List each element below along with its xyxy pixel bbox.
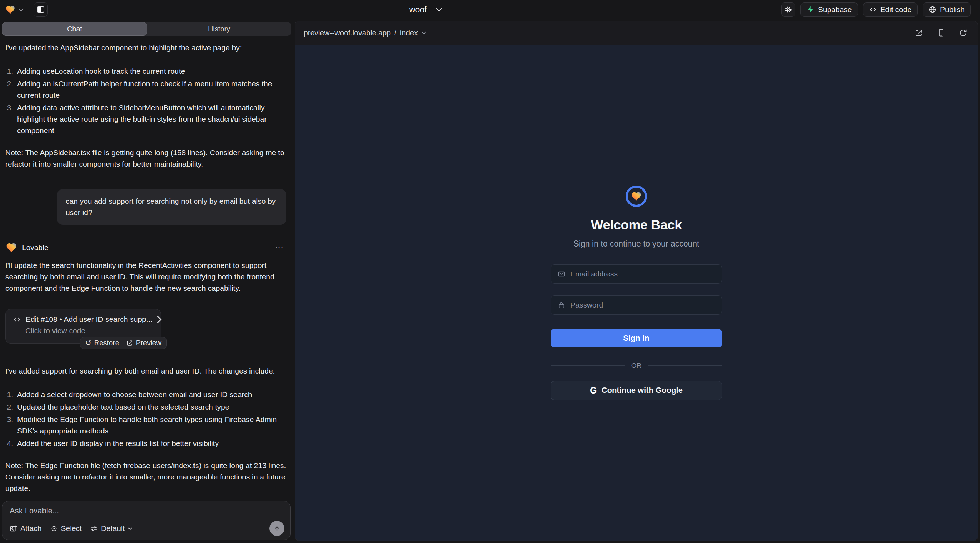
external-link-icon	[126, 340, 133, 346]
signin-card: Welcome Back Sign in to continue to your…	[550, 186, 722, 400]
attach-button[interactable]: Attach	[10, 524, 42, 533]
send-button[interactable]	[269, 521, 285, 536]
chevron-down-icon	[436, 8, 442, 12]
mail-icon	[557, 270, 565, 278]
panel-left-icon	[37, 6, 44, 13]
publish-label: Publish	[940, 5, 965, 14]
edit-card-subtitle: Click to view code	[25, 326, 154, 335]
external-link-icon	[915, 29, 923, 37]
lovable-heart-icon	[5, 5, 16, 14]
supabase-button[interactable]: Supabase	[800, 3, 858, 17]
assistant-numbered-list: Added a select dropdown to choose betwee…	[5, 389, 286, 449]
chat-message-list[interactable]: I've updated the AppSidebar component to…	[0, 36, 293, 543]
select-label: Select	[61, 524, 82, 533]
settings-button[interactable]	[781, 3, 795, 17]
supabase-bolt-icon	[807, 6, 815, 14]
project-name: woof	[409, 5, 427, 14]
chevron-down-icon	[422, 32, 426, 35]
code-icon	[13, 315, 21, 324]
tab-history[interactable]: History	[147, 22, 291, 36]
sidebar-toggle-button[interactable]	[33, 3, 48, 17]
mobile-view-button[interactable]	[937, 29, 945, 37]
preview-header: preview--woof.lovable.app / index	[295, 21, 977, 44]
assistant-message-text: I'll update the search functionality in …	[5, 260, 286, 294]
divider-or: OR	[550, 362, 722, 370]
preview-button[interactable]: Preview	[126, 339, 161, 347]
more-options-icon[interactable]: ⋯	[275, 243, 284, 252]
mode-selector[interactable]: Default	[90, 524, 133, 533]
select-button[interactable]: Select	[50, 524, 82, 533]
sliders-icon	[90, 525, 98, 532]
list-item: Adding data-active attribute to SidebarM…	[5, 102, 286, 136]
supabase-label: Supabase	[818, 5, 852, 14]
version-actions-bar: ↺ Restore Preview	[80, 337, 167, 349]
preview-label: Preview	[136, 339, 161, 347]
preview-url: preview--woof.lovable.app	[304, 29, 391, 37]
refresh-icon	[959, 29, 967, 37]
url-separator: /	[395, 29, 396, 37]
preview-panel: preview--woof.lovable.app / index	[295, 21, 978, 541]
email-field[interactable]	[570, 270, 715, 278]
publish-button[interactable]: Publish	[923, 3, 971, 17]
preview-viewport: Welcome Back Sign in to continue to your…	[295, 44, 977, 540]
image-plus-icon	[10, 525, 17, 532]
google-label: Continue with Google	[602, 386, 683, 395]
chat-input[interactable]	[10, 506, 283, 516]
lock-icon	[557, 301, 565, 309]
edit-code-label: Edit code	[880, 5, 912, 14]
smartphone-icon	[937, 29, 945, 37]
heart-icon	[631, 191, 642, 202]
assistant-note-text: Note: The Edge Function file (fetch-fire…	[5, 460, 286, 494]
chat-panel: Chat History I've updated the AppSidebar…	[0, 19, 293, 543]
divider-line	[648, 365, 722, 366]
assistant-message-text: I've updated the AppSidebar component to…	[5, 42, 286, 54]
list-item: Added the user ID display in the results…	[5, 438, 286, 449]
edit-card-title: Edit #108 • Add user ID search supp...	[26, 315, 153, 324]
lovable-heart-icon	[5, 242, 18, 253]
divider-line	[550, 365, 625, 366]
google-icon: G	[590, 385, 597, 396]
code-icon	[869, 6, 877, 14]
chevron-right-icon	[157, 316, 162, 323]
chat-composer: Attach Select Default	[2, 501, 291, 540]
google-sign-in-button[interactable]: G Continue with Google	[550, 381, 722, 400]
arrow-up-icon	[274, 525, 280, 532]
list-item: Adding useLocation hook to track the cur…	[5, 66, 286, 77]
assistant-header: Lovable ⋯	[5, 242, 286, 253]
edit-card-group: Edit #108 • Add user ID search supp... C…	[5, 309, 167, 349]
list-item: Updated the placeholder text based on th…	[5, 402, 286, 413]
restore-button[interactable]: ↺ Restore	[85, 339, 119, 347]
chevron-down-icon	[128, 527, 132, 530]
password-field-wrapper	[550, 295, 722, 315]
chat-history-tabs: Chat History	[2, 22, 291, 36]
restore-label: Restore	[94, 339, 119, 347]
divider-label: OR	[631, 362, 642, 370]
assistant-name: Lovable	[22, 243, 49, 252]
target-icon	[50, 525, 58, 532]
attach-label: Attach	[20, 524, 42, 533]
app-topbar: woof Supabase Edit code	[0, 0, 980, 19]
edit-code-button[interactable]: Edit code	[863, 3, 918, 17]
password-field[interactable]	[570, 301, 715, 309]
mode-label: Default	[101, 524, 125, 533]
page-title: Welcome Back	[591, 218, 682, 233]
assistant-message-text: I've added support for searching by both…	[5, 365, 286, 377]
email-field-wrapper	[550, 264, 722, 284]
lovable-logo-menu[interactable]	[5, 5, 24, 14]
restore-icon: ↺	[85, 339, 91, 346]
app-logo	[625, 186, 647, 207]
list-item: Modified the Edge Function to handle bot…	[5, 414, 286, 437]
globe-icon	[929, 6, 937, 14]
preview-page: index	[400, 29, 418, 37]
project-switcher[interactable]: woof	[409, 0, 442, 19]
tab-chat[interactable]: Chat	[2, 22, 147, 36]
sign-in-button[interactable]: Sign in	[550, 329, 722, 348]
refresh-button[interactable]	[959, 29, 967, 37]
assistant-note-text: Note: The AppSidebar.tsx file is getting…	[5, 147, 286, 170]
gear-icon	[784, 6, 792, 14]
open-in-new-tab-button[interactable]	[915, 29, 923, 37]
list-item: Adding an isCurrentPath helper function …	[5, 78, 286, 101]
preview-url-selector[interactable]: preview--woof.lovable.app / index	[304, 29, 426, 37]
user-message-bubble: can you add support for searching not on…	[57, 189, 286, 225]
assistant-numbered-list: Adding useLocation hook to track the cur…	[5, 66, 286, 136]
